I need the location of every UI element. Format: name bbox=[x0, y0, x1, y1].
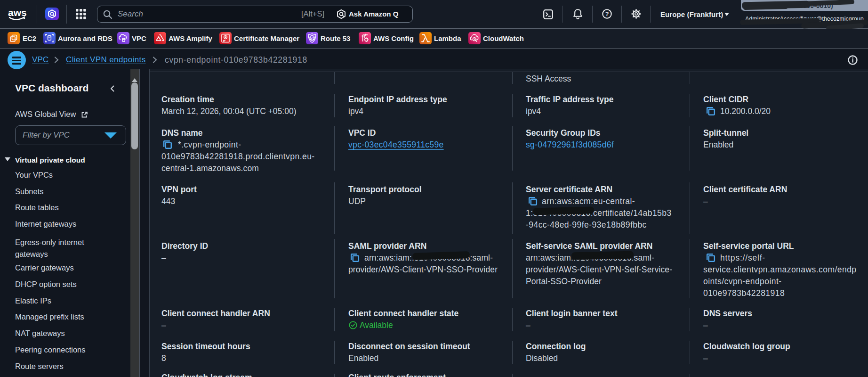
svg-text:aws: aws bbox=[8, 7, 27, 18]
svg-text:53: 53 bbox=[310, 36, 314, 41]
svg-text:?: ? bbox=[605, 11, 609, 17]
